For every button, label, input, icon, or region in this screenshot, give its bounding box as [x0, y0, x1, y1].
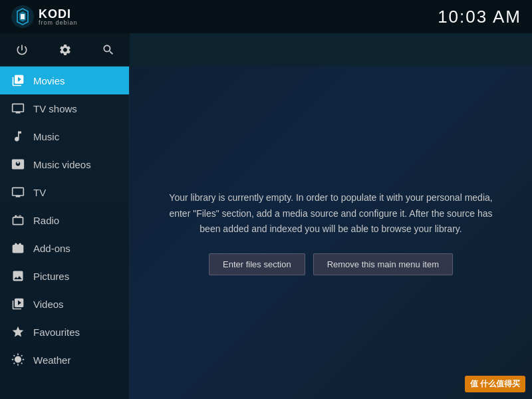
toolbar: [0, 33, 130, 66]
brand-sub: from debian: [39, 20, 78, 26]
weather-icon: [11, 352, 25, 367]
settings-button[interactable]: [55, 40, 75, 60]
sidebar-label-radio: Radio: [33, 215, 59, 226]
sidebar-label-movies: Movies: [33, 75, 65, 86]
watermark: 值 什么值得买: [465, 376, 525, 392]
videos-icon: [11, 297, 25, 311]
header: KODI from debian 10:03 AM: [0, 0, 532, 33]
clock-display: 10:03 AM: [438, 7, 521, 27]
main-content: Your library is currently empty. In orde…: [130, 66, 532, 399]
sidebar-label-pictures: Pictures: [33, 271, 69, 282]
sidebar-item-tv[interactable]: TV: [0, 178, 129, 206]
sidebar-item-music-videos[interactable]: Music videos: [0, 150, 129, 178]
svg-rect-3: [21, 14, 25, 19]
sidebar: Movies TV shows Music Music videos TV Ra…: [0, 66, 130, 399]
sidebar-label-tv-shows: TV shows: [33, 103, 77, 114]
favourites-icon: [11, 325, 25, 339]
enter-files-button[interactable]: Enter files section: [209, 253, 305, 275]
empty-library-message: Your library is currently empty. In orde…: [145, 177, 517, 289]
sidebar-item-pictures[interactable]: Pictures: [0, 262, 129, 290]
tv-icon: [11, 185, 25, 200]
logo-text: KODI from debian: [39, 8, 78, 26]
add-ons-icon: [11, 241, 25, 255]
music-videos-icon: [11, 157, 25, 172]
music-icon: [11, 129, 25, 144]
sidebar-label-videos: Videos: [33, 299, 64, 310]
sidebar-label-add-ons: Add-ons: [33, 243, 70, 254]
remove-menu-item-button[interactable]: Remove this main menu item: [313, 253, 453, 275]
sidebar-item-tv-shows[interactable]: TV shows: [0, 94, 129, 122]
sidebar-item-add-ons[interactable]: Add-ons: [0, 234, 129, 262]
brand-name: KODI: [39, 8, 78, 20]
tv-shows-icon: [11, 101, 25, 116]
pictures-icon: [11, 269, 25, 283]
sidebar-label-favourites: Favourites: [33, 327, 80, 338]
sidebar-item-favourites[interactable]: Favourites: [0, 318, 129, 346]
sidebar-label-weather: Weather: [33, 354, 70, 366]
search-button[interactable]: [98, 40, 118, 60]
sidebar-label-tv: TV: [33, 187, 46, 198]
radio-icon: [11, 213, 25, 227]
power-button[interactable]: [12, 40, 32, 60]
movies-icon: [11, 73, 25, 88]
sidebar-item-movies[interactable]: Movies: [0, 66, 129, 94]
sidebar-item-weather[interactable]: Weather: [0, 346, 129, 374]
sidebar-label-music-videos: Music videos: [33, 159, 91, 170]
kodi-logo-icon: [11, 5, 35, 29]
sidebar-item-videos[interactable]: Videos: [0, 290, 129, 318]
sidebar-item-radio[interactable]: Radio: [0, 206, 129, 234]
empty-library-text: Your library is currently empty. In orde…: [158, 190, 504, 237]
sidebar-label-music: Music: [33, 131, 59, 142]
action-buttons: Enter files section Remove this main men…: [158, 253, 504, 275]
logo-area: KODI from debian: [11, 5, 78, 29]
sidebar-item-music[interactable]: Music: [0, 122, 129, 150]
